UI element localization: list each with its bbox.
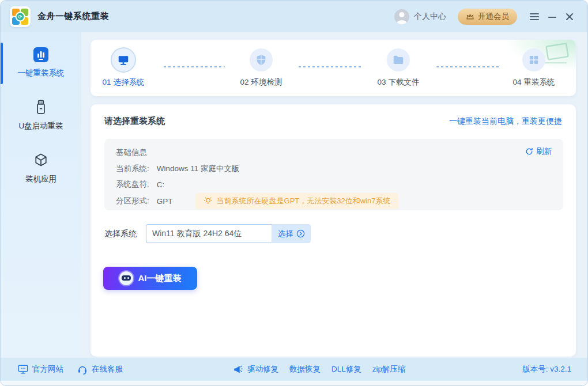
refresh-button[interactable]: 刷新 (525, 146, 552, 157)
footer: 官方网站 在线客服 驱动修复 数据恢复 (1, 358, 587, 381)
sidebar-item-one-key-reinstall[interactable]: 一键重装系统 (1, 47, 81, 78)
info-row-current-system: 当前系统: Windows 11 家庭中文版 (116, 164, 240, 174)
footer-left-links: 官方网站 在线客服 (18, 358, 123, 381)
info-value: C: (157, 180, 165, 189)
step-number: 02 (240, 78, 249, 86)
sidebar-item-usb-reinstall[interactable]: U盘启动重装 (1, 99, 81, 131)
logo-refresh-icon: ⟳ (16, 12, 25, 21)
footer-link-label: 驱动修复 (247, 364, 278, 374)
cube-icon (33, 152, 49, 168)
avatar (394, 9, 409, 24)
sidebar-item-label: 一键重装系统 (18, 68, 65, 78)
step-select-system[interactable]: 01 选择系统 (91, 48, 158, 88)
footer-link-label: 官方网站 (32, 364, 63, 374)
select-system-row: 选择系统 选择 (104, 224, 311, 243)
step-connector (299, 66, 362, 67)
panel-subtitle: 一键重装当前电脑，重装更便捷 (449, 116, 562, 127)
step-number: 03 (378, 78, 386, 86)
user-center-button[interactable]: 个人中心 (394, 9, 446, 24)
driver-repair-link[interactable]: 驱动修复 (233, 364, 278, 374)
content-area: 01 选择系统 02 环境检测 03 下载 (81, 32, 587, 358)
system-input[interactable] (146, 224, 272, 243)
system-select-panel: 请选择重装系统 一键重装当前电脑，重装更便捷 基础信息 刷新 当前系统: Win… (91, 104, 576, 357)
refresh-label: 刷新 (536, 146, 552, 157)
circle-arrow-icon (296, 229, 305, 238)
ai-button-label: AI一键重装 (138, 273, 182, 284)
app-logo-icon: ⟳ (10, 6, 31, 27)
crown-icon (466, 13, 474, 20)
window-bottom-strip (1, 381, 587, 385)
footer-link-label: zip解压缩 (372, 364, 406, 374)
user-center-label: 个人中心 (414, 12, 446, 22)
monitor-icon (117, 54, 130, 66)
select-button[interactable]: 选择 (272, 224, 311, 243)
warning-banner: 当前系统所在硬盘是GPT，无法安装32位和win7系统 (195, 193, 399, 209)
step-connector (436, 66, 500, 67)
info-label: 分区形式: (116, 196, 149, 206)
online-service-link[interactable]: 在线客服 (77, 364, 123, 374)
version-label: 版本号: v3.2.1 (522, 358, 571, 381)
info-label: 系统盘符: (116, 179, 149, 190)
footer-link-label: 在线客服 (92, 364, 123, 374)
titlebar: ⟳ 金舟一键系统重装 个人中心 开通会员 (1, 1, 587, 32)
zip-unzip-link[interactable]: zip解压缩 (372, 364, 406, 374)
step-reinstall[interactable]: 04 重装系统 (499, 48, 568, 88)
step-label: 下载文件 (388, 78, 419, 86)
shield-icon (255, 54, 267, 66)
info-value: GPT (157, 197, 173, 206)
footer-tool-links: 驱动修复 数据恢复 DLL修复 zip解压缩 (233, 358, 406, 381)
app-title: 金舟一键系统重装 (37, 11, 109, 22)
window-controls (530, 12, 574, 21)
official-site-link[interactable]: 官方网站 (18, 364, 63, 374)
vip-label: 开通会员 (478, 12, 509, 22)
info-row-partition: 分区形式: GPT 当前系统所在硬盘是GPT，无法安装32位和win7系统 (116, 193, 398, 209)
step-label: 环境检测 (251, 78, 282, 86)
close-icon[interactable] (566, 13, 574, 21)
active-indicator (1, 43, 3, 84)
usb-drive-icon (33, 99, 48, 115)
headset-icon (77, 364, 88, 374)
step-label: 选择系统 (113, 78, 144, 86)
vip-button[interactable]: 开通会员 (458, 9, 517, 25)
step-download[interactable]: 03 下载文件 (364, 48, 433, 88)
grid-icon (528, 54, 540, 66)
footer-link-label: 数据恢复 (289, 364, 321, 374)
step-env-check[interactable]: 02 环境检测 (227, 48, 296, 88)
step-label: 重装系统 (523, 78, 555, 86)
minimize-icon[interactable] (548, 13, 556, 21)
step-number: 04 (513, 78, 522, 86)
steps-card: 01 选择系统 02 环境检测 03 下载 (91, 40, 576, 96)
data-recovery-link[interactable]: 数据恢复 (289, 364, 321, 374)
sidebar-item-label: 装机应用 (25, 174, 56, 184)
ai-reinstall-button[interactable]: AI一键重装 (103, 267, 197, 290)
info-title: 基础信息 (116, 147, 147, 158)
select-button-label: 选择 (278, 229, 293, 239)
megaphone-icon (233, 364, 243, 374)
refresh-icon (525, 147, 533, 156)
info-label: 当前系统: (116, 164, 149, 174)
titlebar-left: ⟳ 金舟一键系统重装 (10, 6, 109, 27)
dll-repair-link[interactable]: DLL修复 (331, 364, 361, 374)
step-connector (164, 66, 225, 67)
sidebar-item-label: U盘启动重装 (18, 121, 63, 131)
menu-icon[interactable] (530, 12, 539, 21)
panel-title: 请选择重装系统 (104, 116, 165, 127)
sidebar: 一键重装系统 U盘启动重装 装机应用 (1, 32, 81, 358)
robot-icon (119, 271, 133, 285)
folder-icon (392, 54, 405, 66)
titlebar-right: 个人中心 开通会员 (394, 9, 574, 25)
bar-chart-tile-icon (33, 47, 48, 62)
step-number: 01 (103, 78, 111, 86)
app-window: ⟳ 金舟一键系统重装 个人中心 开通会员 (0, 0, 588, 386)
footer-link-label: DLL修复 (331, 364, 361, 374)
warning-text: 当前系统所在硬盘是GPT，无法安装32位和win7系统 (217, 196, 391, 206)
info-row-system-drive: 系统盘符: C: (116, 179, 164, 190)
select-system-label: 选择系统 (104, 229, 137, 239)
sidebar-item-apps[interactable]: 装机应用 (1, 152, 81, 184)
lamp-icon (203, 196, 213, 206)
monitor-outline-icon (18, 364, 28, 374)
basic-info-box: 基础信息 刷新 当前系统: Windows 11 家庭中文版 系统盘符: C: (104, 139, 563, 210)
info-value: Windows 11 家庭中文版 (157, 164, 240, 174)
